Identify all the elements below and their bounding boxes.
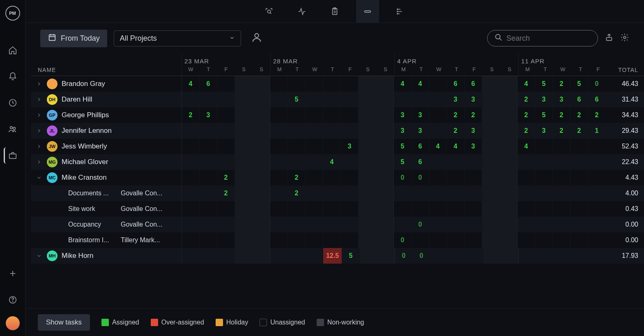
workload-cell[interactable] — [217, 154, 235, 170]
share-icon[interactable] — [605, 33, 614, 44]
workload-cell[interactable] — [393, 185, 411, 201]
workload-cell[interactable] — [499, 154, 517, 170]
workload-cell[interactable] — [535, 154, 552, 170]
workload-cell[interactable] — [552, 154, 570, 170]
workload-cell[interactable]: 0 — [411, 217, 429, 232]
workload-cell[interactable]: 2 — [552, 76, 570, 92]
workload-cell[interactable] — [376, 170, 393, 185]
workload-cell[interactable]: 5 — [535, 76, 552, 92]
workload-cell[interactable] — [252, 123, 270, 139]
workload-cell[interactable] — [499, 92, 517, 107]
workload-cell[interactable] — [446, 185, 464, 201]
workload-cell[interactable] — [182, 139, 199, 154]
workload-cell[interactable] — [305, 248, 323, 264]
workload-cell[interactable]: 2 — [588, 107, 605, 123]
workload-cell[interactable] — [270, 154, 288, 170]
workload-cell[interactable] — [552, 201, 570, 217]
workload-cell[interactable] — [588, 170, 605, 185]
workload-cell[interactable] — [252, 232, 270, 248]
workload-cell[interactable] — [517, 185, 535, 201]
workload-cell[interactable] — [199, 92, 217, 107]
workload-cell[interactable] — [323, 232, 340, 248]
workload-cell[interactable] — [376, 139, 393, 154]
workload-cell[interactable] — [199, 154, 217, 170]
add-icon[interactable] — [5, 265, 21, 282]
team-icon[interactable] — [5, 121, 21, 137]
workload-cell[interactable] — [499, 76, 517, 92]
workload-cell[interactable]: 0 — [393, 170, 411, 185]
workload-cell[interactable] — [340, 201, 358, 217]
workload-cell[interactable] — [288, 123, 305, 139]
workload-cell[interactable] — [554, 248, 571, 264]
workload-cell[interactable] — [235, 185, 252, 201]
workload-cell[interactable] — [235, 154, 252, 170]
home-icon[interactable] — [5, 42, 21, 58]
workload-cell[interactable] — [448, 248, 465, 264]
workload-cell[interactable]: 6 — [446, 76, 464, 92]
workload-cell[interactable] — [288, 232, 305, 248]
user-avatar[interactable] — [6, 316, 20, 330]
workload-cell[interactable] — [429, 92, 446, 107]
workload-cell[interactable] — [340, 185, 358, 201]
workload-cell[interactable]: 3 — [411, 123, 429, 139]
workload-cell[interactable]: 4 — [429, 139, 446, 154]
workload-cell[interactable] — [358, 76, 376, 92]
workload-cell[interactable] — [217, 232, 235, 248]
workload-cell[interactable] — [358, 217, 376, 232]
briefcase-icon[interactable] — [4, 147, 20, 164]
workload-cell[interactable]: 2 — [570, 107, 588, 123]
from-today-button[interactable]: From Today — [40, 30, 107, 47]
workload-cell[interactable] — [393, 92, 411, 107]
workload-cell[interactable] — [270, 170, 288, 185]
workload-cell[interactable]: 2 — [288, 185, 305, 201]
workload-cell[interactable]: 6 — [411, 139, 429, 154]
workload-cell[interactable] — [340, 154, 358, 170]
workload-cell[interactable]: 3 — [393, 123, 411, 139]
workload-cell[interactable] — [429, 201, 446, 217]
workload-cell[interactable] — [429, 107, 446, 123]
workload-cell[interactable] — [323, 107, 340, 123]
workload-cell[interactable] — [570, 201, 588, 217]
workload-cell[interactable]: 2 — [570, 123, 588, 139]
workload-cell[interactable] — [270, 92, 288, 107]
workload-cell[interactable]: 2 — [517, 107, 535, 123]
workload-cell[interactable] — [482, 107, 499, 123]
workload-cell[interactable]: 3 — [446, 92, 464, 107]
workload-cell[interactable]: 2 — [552, 107, 570, 123]
workload-cell[interactable] — [429, 232, 446, 248]
workload-cell[interactable] — [340, 123, 358, 139]
settings-icon[interactable] — [620, 33, 629, 44]
workload-cell[interactable] — [517, 154, 535, 170]
workload-cell[interactable] — [270, 185, 288, 201]
workload-cell[interactable] — [376, 232, 393, 248]
workload-cell[interactable]: 0 — [412, 248, 430, 264]
workload-cell[interactable] — [323, 92, 340, 107]
workload-cell[interactable] — [376, 107, 393, 123]
workload-cell[interactable] — [235, 217, 252, 232]
workload-cell[interactable] — [270, 201, 288, 217]
workload-cell[interactable] — [482, 185, 499, 201]
workload-cell[interactable] — [217, 92, 235, 107]
workload-cell[interactable] — [235, 170, 252, 185]
workload-cell[interactable] — [376, 123, 393, 139]
chevron-right-icon[interactable] — [35, 81, 43, 87]
workload-cell[interactable] — [570, 217, 588, 232]
workload-cell[interactable] — [235, 248, 252, 264]
workload-cell[interactable] — [570, 154, 588, 170]
workload-cell[interactable] — [535, 170, 552, 185]
workload-cell[interactable]: 1 — [588, 123, 605, 139]
workload-cell[interactable] — [358, 201, 376, 217]
workload-cell[interactable] — [552, 232, 570, 248]
workload-cell[interactable] — [376, 92, 393, 107]
workload-cell[interactable]: 4 — [393, 76, 411, 92]
workload-cell[interactable]: 3 — [340, 139, 358, 154]
workload-cell[interactable]: 3 — [535, 123, 552, 139]
workload-cell[interactable] — [377, 248, 395, 264]
workload-cell[interactable] — [305, 107, 323, 123]
workload-cell[interactable] — [446, 217, 464, 232]
workload-cell[interactable] — [305, 170, 323, 185]
workload-cell[interactable] — [429, 185, 446, 201]
workload-cell[interactable] — [323, 123, 340, 139]
workload-cell[interactable]: 4 — [517, 139, 535, 154]
workload-cell[interactable]: 2 — [217, 185, 235, 201]
